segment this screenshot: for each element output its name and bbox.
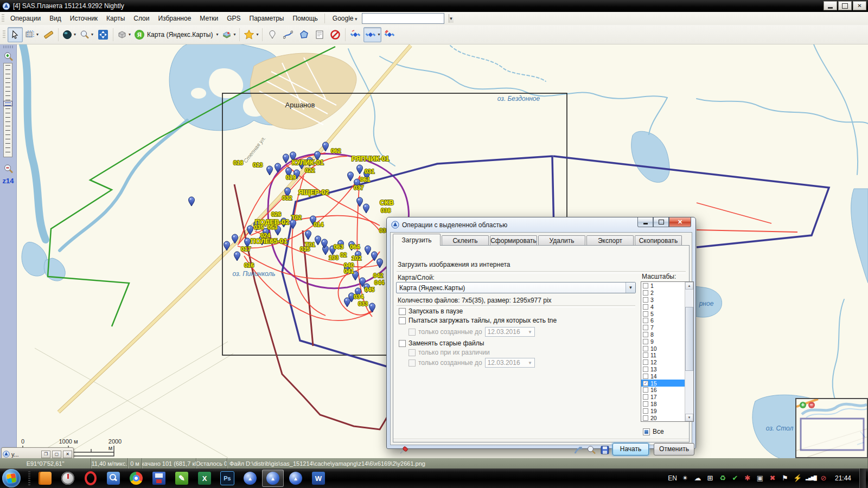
checkbox-only-created-before-1[interactable]: только созданные до 12.03.2016 ▼ [409, 327, 535, 337]
map-placemark[interactable] [189, 197, 195, 206]
combo-arrow-icon[interactable]: ▼ [626, 282, 635, 293]
scale-row-13[interactable]: 13 [641, 366, 685, 373]
minimap-zoom-out-button[interactable]: − [808, 402, 815, 408]
search-combo-arrow-icon[interactable]: ▼ [449, 14, 454, 23]
zoom-in-button[interactable] [2, 50, 14, 62]
taskbar-opera-button[interactable] [80, 470, 101, 487]
ruler-tool-button[interactable] [41, 27, 56, 42]
checkbox-icon[interactable] [643, 304, 648, 310]
map-placemark[interactable] [357, 165, 363, 174]
menu-item-1[interactable]: Операции [6, 13, 45, 24]
pin-dialog-icon[interactable] [399, 445, 409, 455]
map-placemark[interactable] [365, 246, 371, 255]
mini-maximize-button[interactable]: ▢ [52, 451, 61, 458]
scale-row-11[interactable]: 11 [641, 352, 685, 359]
taskbar-clock[interactable]: 21:44 [835, 474, 851, 482]
goto-selection-icon[interactable] [573, 445, 583, 455]
search-combo[interactable]: ▼ [362, 13, 444, 24]
download-manager-button[interactable]: ▾ [116, 27, 132, 42]
map-placemark[interactable] [234, 252, 240, 261]
hide-marks-button[interactable] [328, 27, 343, 42]
checkbox-icon[interactable] [643, 339, 648, 344]
power-icon[interactable]: ⚡ [793, 474, 802, 483]
checkbox-icon[interactable] [643, 367, 648, 372]
globe-tool-button[interactable]: ▾ [61, 27, 78, 42]
checkbox-icon[interactable] [643, 381, 648, 386]
checkbox-icon[interactable] [643, 290, 648, 296]
overview-minimap[interactable]: + − [795, 398, 868, 458]
scale-row-8[interactable]: 8 [641, 331, 685, 338]
placemark-manager-button[interactable] [312, 27, 327, 42]
scale-row-17[interactable]: 17 [641, 394, 685, 401]
taskbar-sas-button[interactable]: ▲ [239, 470, 261, 487]
language-indicator[interactable]: EN [668, 474, 677, 482]
check-icon[interactable]: ✔ [731, 474, 739, 483]
scale-row-5[interactable]: 5 [641, 310, 685, 317]
date-combobox-2[interactable]: 12.03.2016 ▼ [485, 358, 535, 368]
checkbox-icon[interactable] [643, 311, 648, 317]
scale-row-12[interactable]: 12 [641, 359, 685, 366]
checkbox-icon[interactable] [643, 318, 648, 323]
disconnect-icon[interactable]: ✖ [768, 474, 777, 483]
checkbox-icon[interactable] [643, 415, 648, 421]
taskbar-photoshop-button[interactable]: Ps [216, 470, 238, 487]
checkbox-replace-old[interactable]: Заменять старые файлы [399, 339, 484, 347]
scale-row-16[interactable]: 16 [641, 387, 685, 394]
map-viewport[interactable]: Аршановоз. Бездонноеоз. Пининкольрноеоз.… [0, 44, 868, 458]
zoom-out-button[interactable] [2, 163, 14, 175]
checkbox-icon[interactable] [643, 359, 648, 365]
menu-item-3[interactable]: Источник [66, 13, 102, 24]
shutter-icon[interactable]: ✴ [681, 474, 690, 483]
scale-row-7[interactable]: 7 [641, 324, 685, 331]
taskbar-word-button[interactable]: W [308, 470, 329, 487]
drive-icon[interactable]: ▣ [756, 474, 764, 483]
gps-dropdown-icon[interactable]: ▾ [378, 32, 380, 37]
scale-row-20[interactable]: 20 [641, 414, 685, 421]
zoom-slider[interactable] [3, 63, 12, 157]
flag-icon[interactable]: ⚑ [781, 474, 789, 483]
checkbox-icon[interactable] [643, 346, 648, 351]
taskbar-search-button[interactable] [103, 470, 124, 487]
add-placemark-button[interactable] [265, 27, 280, 42]
gps-track-button[interactable]: ▾ [363, 27, 381, 42]
map-placemark[interactable] [363, 204, 369, 213]
google-search-dropdown[interactable]: Google [330, 14, 360, 23]
checkbox-icon[interactable] [643, 297, 648, 303]
layers-dropdown-icon[interactable]: ▾ [233, 32, 235, 37]
menu-item-10[interactable]: Помощь [288, 13, 322, 24]
tab-5[interactable]: Экспорт [586, 235, 634, 246]
taskbar-excel-button[interactable]: X [194, 470, 215, 487]
checkbox-icon[interactable] [399, 340, 406, 347]
minimap-zoom-in-button[interactable]: + [800, 402, 806, 408]
zoom-slider-thumb[interactable] [3, 101, 12, 106]
scroll-down-icon[interactable]: ▼ [685, 414, 693, 421]
minimized-window[interactable]: у... ❐ ▢ ✕ [1, 447, 74, 458]
checkbox-icon[interactable] [643, 408, 648, 414]
taskbar-sas-button[interactable]: ▲ [285, 470, 307, 487]
zoom-selection-icon[interactable] [586, 445, 596, 455]
cancel-button[interactable]: Отменить [654, 443, 694, 455]
checkbox-start-paused[interactable]: Запускать в паузе [399, 307, 463, 315]
taskbar-paint-button[interactable]: ✎ [171, 470, 193, 487]
cursor-tool-button[interactable] [8, 27, 23, 42]
scale-row-3[interactable]: 3 [641, 297, 685, 304]
scale-row-10[interactable]: 10 [641, 345, 685, 352]
tab-1[interactable]: Загрузить [393, 234, 441, 246]
save-selection-icon[interactable] [600, 445, 610, 455]
mini-restore-button[interactable]: ❐ [41, 451, 50, 458]
dialog-minimize-button[interactable] [637, 217, 653, 227]
selection-tool-dropdown-icon[interactable]: ▾ [36, 32, 39, 37]
checkbox-icon[interactable] [643, 387, 648, 393]
download-manager-dropdown-icon[interactable]: ▾ [129, 32, 131, 37]
checkbox-try-tne[interactable]: Пытаться загружать тайлы, для которых ес… [399, 317, 557, 324]
taskbar-address-book-button[interactable] [34, 470, 56, 487]
zoom-dropdown-icon[interactable]: ▾ [91, 32, 93, 37]
checkbox-icon[interactable] [643, 332, 648, 337]
globe-dropdown-icon[interactable]: ▾ [74, 32, 76, 37]
map-placemark[interactable] [344, 298, 350, 307]
tab-3[interactable]: Сформировать [490, 235, 537, 246]
menu-item-4[interactable]: Карты [102, 13, 129, 24]
menu-item-5[interactable]: Слои [129, 13, 154, 24]
tab-6[interactable]: Скопировать [635, 235, 682, 246]
map-placemark[interactable] [369, 303, 375, 312]
